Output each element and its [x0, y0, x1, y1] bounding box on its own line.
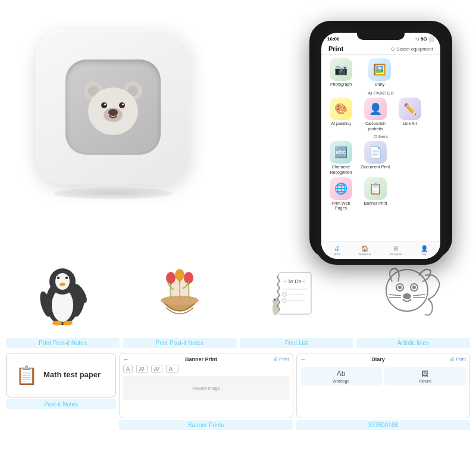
cartoonish-icon: 👤: [364, 98, 387, 120]
svg-point-17: [57, 277, 60, 279]
photograph-label: Photograph: [330, 82, 352, 87]
penguin-icon: [37, 264, 88, 329]
banner-print-icon: 📋: [364, 177, 387, 200]
size-A2[interactable]: A²: [151, 365, 162, 373]
svg-line-46: [389, 295, 401, 296]
char-rec-item[interactable]: 🔤 Character Recognition: [326, 141, 356, 175]
char-rec-label: Character Recognition: [326, 165, 356, 175]
diary-picture-opt[interactable]: 🖼 Picture: [384, 367, 466, 386]
dog-card: Artistic lines: [356, 256, 470, 348]
print-tab-icon: 🖨: [334, 245, 340, 252]
web-print-item[interactable]: 🌐 Print Web Pages: [326, 177, 356, 211]
basket-icon: [153, 265, 206, 327]
diary-wordage-opt[interactable]: Ab Wordage: [300, 367, 382, 386]
picture-icon: 🖼: [421, 369, 428, 378]
size-A[interactable]: A: [123, 365, 133, 373]
svg-point-6: [119, 102, 125, 108]
svg-point-40: [386, 270, 428, 311]
wordage-label: Wordage: [333, 379, 349, 383]
penguin-card: Print Post-it Notes: [6, 256, 120, 348]
lineart-item[interactable]: ✏️ Line Art: [395, 98, 425, 131]
penguin-label: Print Post-it Notes: [6, 338, 120, 348]
printer-body: [36, 30, 190, 184]
others-row-1: 🔤 Character Recognition 📄 Document Print: [326, 141, 436, 175]
lineart-label: Line Art: [403, 121, 417, 126]
math-icon: 📋: [15, 365, 37, 386]
select-equipment[interactable]: ⊙ Select equipment: [391, 46, 433, 52]
size-A-[interactable]: A⁻: [166, 365, 178, 373]
doc-print-icon: 📄: [364, 141, 387, 164]
basket-card: Print Post-it Notes: [123, 256, 236, 348]
top-section: 16:00 ↑↓ 5G ⬜ Print ⊙ Select equipment 📷…: [0, 0, 476, 256]
my-tab-label: My: [422, 252, 427, 256]
svg-point-18: [65, 277, 68, 279]
app-title: Print: [328, 45, 343, 52]
basket-label: Print Post-it Notes: [123, 338, 236, 348]
phone-mockup: 16:00 ↑↓ 5G ⬜ Print ⊙ Select equipment 📷…: [309, 21, 452, 259]
ai-painting-label: AI painting: [331, 121, 350, 126]
materials-tab-label: Materials: [359, 252, 371, 256]
diary-card: ← Diary 🖨 Print Ab Wordage 🖼 Picture 337…: [296, 353, 471, 445]
ai-painting-item[interactable]: 🎨 AI painting: [326, 98, 356, 131]
dog-image: [356, 256, 470, 336]
todo-card: - To Do - Print List: [240, 256, 353, 348]
math-label: Post-it Notes: [6, 399, 116, 409]
svg-point-7: [104, 104, 106, 105]
dog-label: Artistic lines: [356, 338, 470, 348]
bottom-section: Print Post-it Notes: [0, 256, 476, 445]
todo-label: Print List: [240, 338, 353, 348]
banner-phone-screen: ← Banner Print 🖨 Print A A¹ A² A⁻ Previe…: [119, 353, 293, 418]
web-print-icon: 🌐: [330, 177, 352, 200]
banner-print-item[interactable]: 📋 Banner Print: [361, 177, 390, 211]
diary-label: Diary: [375, 82, 384, 87]
svg-point-10: [108, 109, 118, 116]
ai-painting-icon: 🎨: [330, 98, 352, 120]
banner-print-btn[interactable]: 🖨 Print: [273, 356, 289, 362]
tab-template[interactable]: ⊞ Template: [390, 245, 402, 256]
svg-point-39: [274, 299, 276, 300]
doc-print-label: Document Print: [361, 165, 390, 170]
svg-point-27: [166, 272, 176, 284]
tab-print[interactable]: 🖨 Print: [334, 245, 340, 256]
tab-materials[interactable]: 🏠 Materials: [359, 245, 371, 256]
banner-sizes: A A¹ A² A⁻: [123, 365, 289, 373]
svg-line-48: [413, 295, 425, 296]
phone-content: 📷 Photograph 🖼️ Diary AI PAINTER 🎨: [321, 55, 440, 217]
math-card-inner: 📋 Math test paper: [6, 353, 116, 397]
svg-point-42: [398, 286, 402, 289]
bottom-tab-bar: 🖨 Print 🏠 Materials ⊞ Template 👤 My: [321, 241, 440, 259]
doc-print-item[interactable]: 📄 Document Print: [361, 141, 390, 175]
status-time: 16:00: [327, 36, 339, 42]
diary-item[interactable]: 🖼️ Diary: [365, 58, 394, 87]
photograph-icon-box: 📷: [330, 58, 352, 81]
banner-header: ← Banner Print 🖨 Print: [123, 356, 289, 362]
size-A1[interactable]: A¹: [136, 365, 148, 373]
photograph-item[interactable]: 📷 Photograph: [326, 58, 356, 87]
diary-back-icon[interactable]: ←: [300, 356, 306, 362]
todo-image: - To Do -: [240, 256, 353, 336]
printer-shadow: [54, 187, 173, 199]
phone-header: Print ⊙ Select equipment: [321, 43, 440, 55]
todo-icon: - To Do -: [273, 267, 320, 326]
tab-my[interactable]: 👤 My: [421, 245, 428, 256]
banner-back-icon[interactable]: ←: [123, 356, 129, 362]
cartoonish-item[interactable]: 👤 Cartoonish portraits: [361, 98, 390, 131]
svg-point-22: [52, 321, 62, 325]
lineart-icon: ✏️: [399, 98, 421, 120]
template-tab-icon: ⊞: [393, 245, 398, 252]
template-tab-label: Template: [390, 252, 402, 256]
svg-point-19: [60, 283, 65, 286]
printer-container: [12, 30, 214, 199]
diary-bottom-label: 337600168: [296, 420, 471, 430]
cartoonish-label: Cartoonish portraits: [361, 121, 390, 131]
banner-title: Banner Print: [185, 356, 217, 362]
svg-point-45: [403, 293, 411, 299]
picture-label: Picture: [418, 379, 431, 383]
illustration-row: Print Post-it Notes: [6, 256, 470, 348]
phone-notch: [357, 33, 405, 40]
print-tab-label: Print: [334, 252, 340, 256]
svg-point-23: [63, 321, 73, 325]
banner-preview: Preview image: [123, 376, 289, 400]
diary-print-btn[interactable]: 🖨 Print: [450, 356, 466, 362]
wordage-icon: Ab: [337, 369, 346, 378]
